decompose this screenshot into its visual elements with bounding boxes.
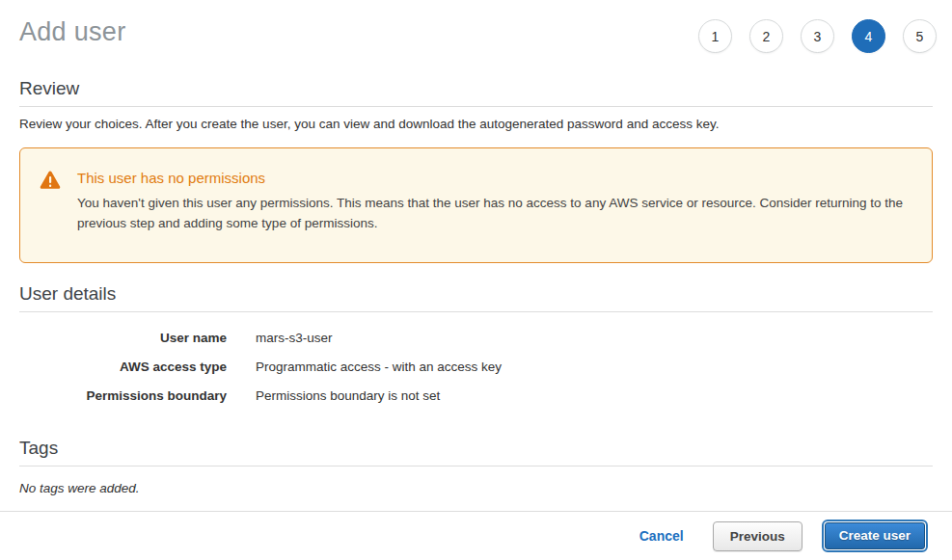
page-title: Add user (19, 15, 125, 47)
user-details-section: User details User name mars-s3-user AWS … (0, 283, 952, 411)
tags-empty-text: No tags were added. (19, 481, 933, 495)
detail-row-permissions-boundary: Permissions boundary Permissions boundar… (0, 382, 952, 411)
detail-value: mars-s3-user (256, 331, 333, 345)
wizard-footer: Cancel Previous Create user (0, 511, 952, 560)
create-user-button-focus-ring: Create user (822, 520, 928, 552)
detail-value: Permissions boundary is not set (256, 388, 440, 403)
step-3: 3 (801, 19, 834, 53)
detail-row-access-type: AWS access type Programmatic access - wi… (0, 353, 952, 382)
step-5: 5 (903, 19, 937, 53)
step-4: 4 (852, 19, 885, 53)
no-permissions-warning: This user has no permissions You haven't… (19, 147, 933, 263)
warning-content: This user has no permissions You haven't… (77, 170, 907, 233)
previous-button[interactable]: Previous (713, 521, 802, 551)
step-2: 2 (749, 19, 783, 53)
step-1: 1 (698, 19, 732, 53)
detail-row-user-name: User name mars-s3-user (0, 324, 952, 353)
warning-triangle-icon (40, 171, 61, 194)
user-details-heading: User details (19, 283, 933, 312)
wizard-header: Add user 1 2 3 4 5 (0, 0, 952, 53)
step-indicator: 1 2 3 4 5 (698, 15, 937, 53)
detail-label: AWS access type (0, 360, 227, 374)
review-description: Review your choices. After you create th… (19, 117, 933, 131)
review-heading: Review (19, 78, 933, 107)
tags-section: Tags No tags were added. (0, 438, 952, 495)
warning-body: You haven't given this user any permissi… (77, 193, 907, 233)
cancel-link[interactable]: Cancel (639, 528, 684, 544)
detail-label: Permissions boundary (0, 388, 227, 403)
review-section: Review Review your choices. After you cr… (0, 78, 952, 131)
create-user-button[interactable]: Create user (825, 522, 925, 549)
detail-value: Programmatic access - with an access key (256, 360, 502, 374)
warning-title: This user has no permissions (77, 170, 907, 186)
tags-heading: Tags (19, 438, 933, 467)
user-details-rows: User name mars-s3-user AWS access type P… (0, 324, 952, 411)
detail-label: User name (0, 331, 227, 345)
